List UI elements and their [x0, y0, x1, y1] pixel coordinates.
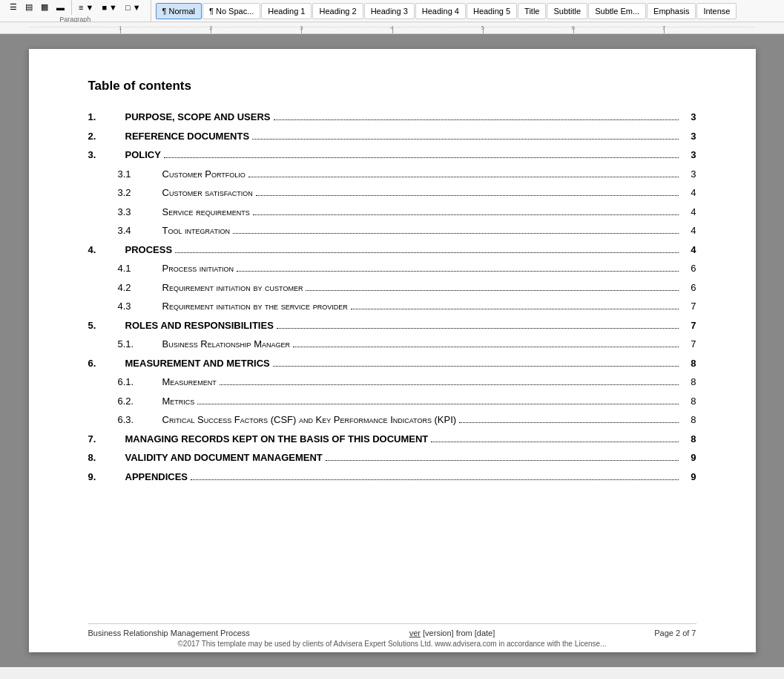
toc-page-16: 8 [682, 413, 696, 427]
style-btn-normal[interactable]: ¶ Normal [156, 3, 202, 19]
style-btn-heading5[interactable]: Heading 5 [467, 3, 517, 19]
toc-page-10: 7 [682, 299, 696, 314]
toc-dots-7 [175, 252, 678, 253]
toc-label-7: PROCESS [125, 243, 173, 258]
toc-label-3: Customer Portfolio [162, 167, 246, 182]
style-btn-heading2[interactable]: Heading 2 [312, 3, 363, 19]
toc-entry-7: 4.PROCESS4 [88, 243, 696, 258]
footer-right: Page 2 of 7 [654, 629, 696, 637]
toc-entry-1: 2.REFERENCE DOCUMENTS3 [88, 129, 696, 144]
toc-entry-10: 4.3Requirement initiation by the service… [88, 299, 696, 314]
toc-label-15: Metrics [162, 394, 195, 409]
style-btn-heading3[interactable]: Heading 3 [364, 3, 415, 19]
footer-left: Business Relationship Management Process [88, 629, 250, 637]
style-btn-subtitle[interactable]: Subtitle [547, 3, 587, 19]
toc-entry-4: 3.2Customer satisfaction4 [88, 186, 696, 200]
paragraph-section: ☰ ▤ ▩ ▬ ≡ ▼ ■ ▼ □ ▼ Paragraph [3, 0, 151, 22]
ruler-label-6: 6 [572, 24, 575, 31]
page-footer: Business Relationship Management Process… [88, 623, 696, 637]
toc-num-6: 3.4 [118, 223, 162, 238]
toc-page-4: 4 [682, 186, 696, 200]
style-btn-intense[interactable]: Intense [696, 3, 737, 19]
style-btn-heading4[interactable]: Heading 4 [415, 3, 466, 19]
toc-dots-5 [253, 214, 679, 215]
toc-dots-3 [248, 177, 679, 177]
toc-entry-12: 5.1.Business Relationship Manager7 [88, 337, 696, 352]
toc-label-2: POLICY [125, 148, 161, 163]
toc-num-3: 3.1 [118, 167, 162, 182]
shading-button[interactable]: ■ ▼ [98, 0, 121, 16]
toc-page-12: 7 [682, 337, 696, 352]
align-center-button[interactable]: ▤ [22, 0, 36, 16]
line-spacing-button[interactable]: ≡ ▼ [75, 0, 97, 16]
toc-num-5: 3.3 [118, 205, 162, 220]
toc-num-12: 5.1. [118, 337, 162, 352]
borders-button[interactable]: □ ▼ [122, 0, 145, 16]
toc-page-2: 3 [682, 148, 696, 163]
toc-entry-18: 8.VALIDITY AND DOCUMENT MANAGEMENT9 [88, 450, 696, 465]
toc-dots-1 [252, 139, 678, 140]
document-area: Table of contents 1.PURPOSE, SCOPE AND U… [0, 34, 784, 667]
toc-page-18: 9 [682, 450, 696, 465]
toc-num-17: 7. [88, 432, 125, 447]
toc-dots-0 [274, 119, 679, 120]
paragraph-label: Paragraph [59, 16, 90, 23]
toc-dots-4 [256, 195, 679, 196]
toc-dots-12 [293, 347, 679, 347]
toc-entry-15: 6.2.Metrics8 [88, 394, 696, 409]
toc-num-0: 1. [88, 110, 125, 125]
justify-button[interactable]: ▬ [53, 0, 68, 16]
toc-dots-2 [164, 157, 679, 158]
toc-page-19: 9 [682, 470, 696, 485]
ruler-label-2: 2 [209, 24, 212, 31]
footer-center: ver ver [version] from [date] [version] … [409, 629, 495, 637]
toc-page-0: 3 [682, 110, 696, 125]
align-right-button[interactable]: ▩ [37, 0, 52, 16]
toc-label-9: Requirement initiation by customer [162, 281, 303, 295]
toc-dots-17 [431, 442, 678, 442]
toc-dots-14 [220, 384, 679, 385]
toc-page-3: 3 [682, 167, 696, 182]
toc-dots-6 [233, 233, 679, 234]
toc-page-11: 7 [682, 318, 696, 333]
toc-entry-8: 4.1Process initiation6 [88, 261, 696, 276]
toc-dots-10 [351, 309, 679, 309]
ruler-label-1: 1 [119, 24, 122, 31]
toc-label-11: ROLES AND RESPONSIBILITIES [125, 318, 274, 333]
toc-num-19: 9. [88, 470, 125, 485]
styles-bar: ¶ Normal¶ No Spac...Heading 1Heading 2He… [156, 3, 775, 19]
toc-entry-16: 6.3.Critical Success Factors (CSF) and K… [88, 413, 696, 427]
toc-entry-2: 3.POLICY3 [88, 148, 696, 163]
toc-label-12: Business Relationship Manager [162, 337, 290, 352]
footer-note: ©2017 This template may be used by clien… [88, 640, 696, 648]
toc-label-10: Requirement initiation by the service pr… [162, 299, 348, 314]
ruler-label-4: 4 [390, 24, 393, 31]
toc-num-16: 6.3. [118, 413, 162, 427]
toc-label-13: MEASUREMENT AND METRICS [125, 356, 270, 371]
style-btn-emphasis[interactable]: Emphasis [647, 3, 696, 19]
style-btn-title[interactable]: Title [518, 3, 546, 19]
toc-num-2: 3. [88, 148, 125, 163]
toc-num-1: 2. [88, 129, 125, 144]
toc-dots-13 [273, 366, 679, 367]
toc-entry-11: 5.ROLES AND RESPONSIBILITIES7 [88, 318, 696, 333]
toc-label-0: PURPOSE, SCOPE AND USERS [125, 110, 271, 125]
toc-num-8: 4.1 [118, 261, 162, 276]
toc-num-18: 8. [88, 450, 125, 465]
toc-page-9: 6 [682, 281, 696, 295]
toc-page-13: 8 [682, 356, 696, 371]
style-btn-no-spacing[interactable]: ¶ No Spac... [202, 3, 260, 19]
toc-entry-13: 6.MEASUREMENT AND METRICS8 [88, 356, 696, 371]
align-left-button[interactable]: ☰ [6, 0, 21, 16]
style-btn-subtle-em[interactable]: Subtle Em... [588, 3, 646, 19]
style-btn-heading1[interactable]: Heading 1 [261, 3, 312, 19]
toc-dots-8 [237, 271, 678, 272]
toc-label-8: Process initiation [162, 261, 234, 276]
ruler-label-3: 3 [300, 24, 303, 31]
ruler-label-5: 5 [481, 24, 484, 31]
toc-page-6: 4 [682, 223, 696, 238]
toc-entry-5: 3.3Service requirements4 [88, 205, 696, 220]
divider-1 [71, 0, 72, 15]
toc-entry-3: 3.1Customer Portfolio3 [88, 167, 696, 182]
toc-label-1: REFERENCE DOCUMENTS [125, 129, 250, 144]
